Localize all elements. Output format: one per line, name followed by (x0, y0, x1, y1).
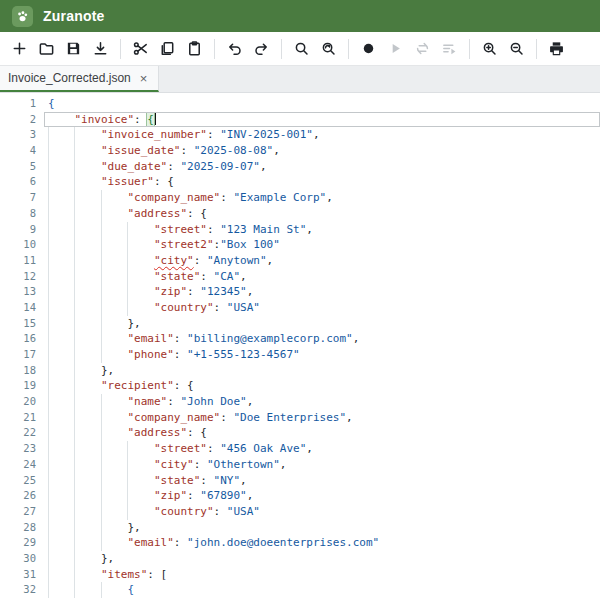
code-line[interactable]: 18 }, (0, 363, 600, 379)
code-token: "+1-555-123-4567" (187, 348, 300, 361)
code-line[interactable]: 30 }, (0, 551, 600, 567)
redo-button[interactable] (248, 35, 275, 62)
new-file-button[interactable] (6, 35, 33, 62)
code-token: , (346, 411, 353, 424)
code-token: "67890" (200, 489, 246, 502)
code-line[interactable]: 23 "street": "456 Oak Ave", (0, 441, 600, 457)
code-line[interactable]: 27 "country": "USA" (0, 504, 600, 520)
code-token: : (220, 191, 233, 204)
toolbar-separator (281, 39, 282, 59)
code-line[interactable]: 19 "recipient": { (0, 378, 600, 394)
record-button[interactable] (355, 35, 382, 62)
indent-guide (74, 473, 75, 489)
indent-guide (74, 488, 75, 504)
find-replace-button[interactable] (315, 35, 342, 62)
paste-button[interactable] (181, 35, 208, 62)
indent-guide (101, 425, 102, 441)
code-line[interactable]: 28 }, (0, 520, 600, 536)
tab-bar: Invoice_Corrected.json × (0, 66, 600, 93)
indent-guide (101, 253, 102, 269)
indent-guide (101, 300, 102, 316)
toolbar-separator (536, 39, 537, 59)
code-line[interactable]: 10 "street2":"Box 100" (0, 237, 600, 253)
indent-guide (101, 457, 102, 473)
indent-guide (74, 457, 75, 473)
code-token: "INV-2025-001" (220, 128, 313, 141)
code-line[interactable]: 3 "invoice_number": "INV-2025-001", (0, 127, 600, 143)
code-line[interactable]: 5 "due_date": "2025-09-07", (0, 159, 600, 175)
code-token: "company_name" (127, 191, 220, 204)
code-line[interactable]: 14 "country": "USA" (0, 300, 600, 316)
line-number: 24 (0, 457, 36, 473)
indent-guide (127, 253, 128, 269)
save-button[interactable] (60, 35, 87, 62)
search-button[interactable] (288, 35, 315, 62)
code-token: : (220, 411, 233, 424)
code-line[interactable]: 7 "company_name": "Example Corp", (0, 190, 600, 206)
code-line-active[interactable]: 2 "invoice": { (0, 112, 600, 128)
zoom-in-button[interactable] (476, 35, 503, 62)
indent-guide (48, 535, 49, 551)
indent-guide (74, 394, 75, 410)
print-icon (548, 40, 565, 57)
code-token: }, (127, 317, 140, 330)
code-line[interactable]: 24 "city": "Othertown", (0, 457, 600, 473)
cut-icon (132, 40, 149, 57)
cut-button[interactable] (127, 35, 154, 62)
line-number: 19 (0, 378, 36, 394)
undo-button[interactable] (221, 35, 248, 62)
indent-guide (101, 520, 102, 536)
code-token: : (200, 474, 213, 487)
code-token: : (174, 536, 187, 549)
indent-guide (74, 143, 75, 159)
redo-icon (253, 40, 270, 57)
code-line[interactable]: 4 "issue_date": "2025-08-08", (0, 143, 600, 159)
code-token: : (134, 113, 147, 126)
code-line[interactable]: 16 "email": "billing@examplecorp.com", (0, 331, 600, 347)
code-line[interactable]: 8 "address": { (0, 206, 600, 222)
code-token: }, (101, 364, 114, 377)
code-line[interactable]: 31 "items": [ (0, 567, 600, 583)
indent-guide (48, 473, 49, 489)
toolbar-group (221, 35, 275, 62)
indent-guide (48, 300, 49, 316)
code-editor[interactable]: 1{2 "invoice": {3 "invoice_number": "INV… (0, 93, 600, 599)
code-token: , (240, 270, 247, 283)
code-token: "address" (127, 426, 187, 439)
toolbar-separator (469, 39, 470, 59)
code-line[interactable]: 17 "phone": "+1-555-123-4567" (0, 347, 600, 363)
code-line[interactable]: 12 "state": "CA", (0, 269, 600, 285)
code-line[interactable]: 15 }, (0, 316, 600, 332)
copy-button[interactable] (154, 35, 181, 62)
code-line[interactable]: 20 "name": "John Doe", (0, 394, 600, 410)
code-line[interactable]: 32 { (0, 582, 600, 598)
tab-invoice-corrected-json[interactable]: Invoice_Corrected.json × (0, 66, 159, 92)
open-folder-button[interactable] (33, 35, 60, 62)
code-line[interactable]: 26 "zip": "67890", (0, 488, 600, 504)
code-line[interactable]: 13 "zip": "12345", (0, 284, 600, 300)
code-line[interactable]: 11 "city": "Anytown", (0, 253, 600, 269)
zoom-out-button[interactable] (503, 35, 530, 62)
line-number: 30 (0, 551, 36, 567)
code-line[interactable]: 6 "issuer": { (0, 174, 600, 190)
toolbar-separator (348, 39, 349, 59)
indent-guide (101, 410, 102, 426)
indent-guide (48, 347, 49, 363)
code-line[interactable]: 25 "state": "NY", (0, 473, 600, 489)
line-number: 23 (0, 441, 36, 457)
indent-guide (48, 237, 49, 253)
code-line[interactable]: 29 "email": "john.doe@doeenterprises.com… (0, 535, 600, 551)
download-button[interactable] (87, 35, 114, 62)
code-token: , (306, 442, 313, 455)
indent-guide (48, 567, 49, 583)
code-line[interactable]: 1{ (0, 96, 600, 112)
tab-close-icon[interactable]: × (138, 71, 150, 86)
code-token: "country" (154, 505, 214, 518)
line-number: 10 (0, 237, 36, 253)
code-line[interactable]: 9 "street": "123 Main St", (0, 222, 600, 238)
print-button[interactable] (543, 35, 570, 62)
code-line[interactable]: 22 "address": { (0, 425, 600, 441)
code-token: , (247, 395, 254, 408)
code-line[interactable]: 21 "company_name": "Doe Enterprises", (0, 410, 600, 426)
indent-guide (74, 331, 75, 347)
